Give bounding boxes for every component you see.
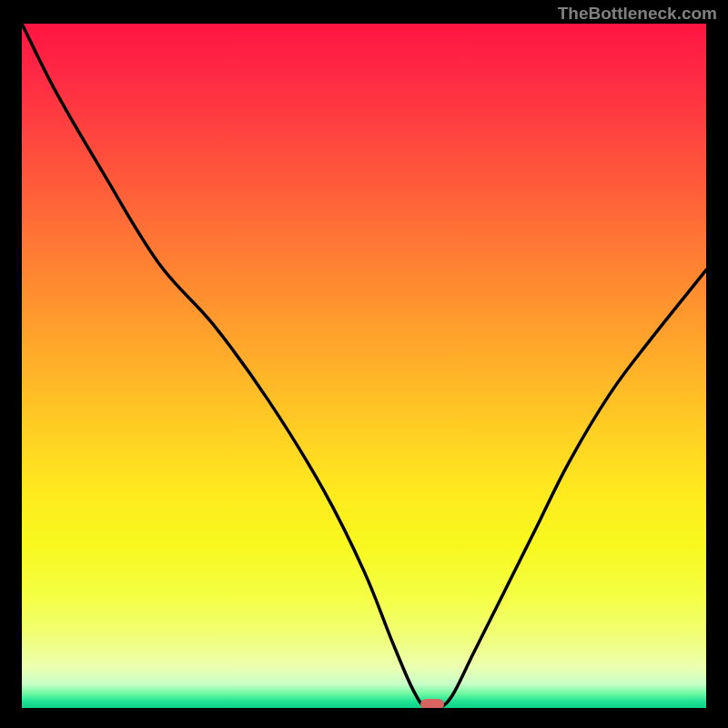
chart-container: TheBottleneck.com <box>0 0 728 728</box>
plot-area <box>22 24 706 708</box>
watermark-text: TheBottleneck.com <box>558 4 717 24</box>
bottleneck-curve <box>22 24 706 708</box>
optimal-point-marker <box>420 699 444 708</box>
